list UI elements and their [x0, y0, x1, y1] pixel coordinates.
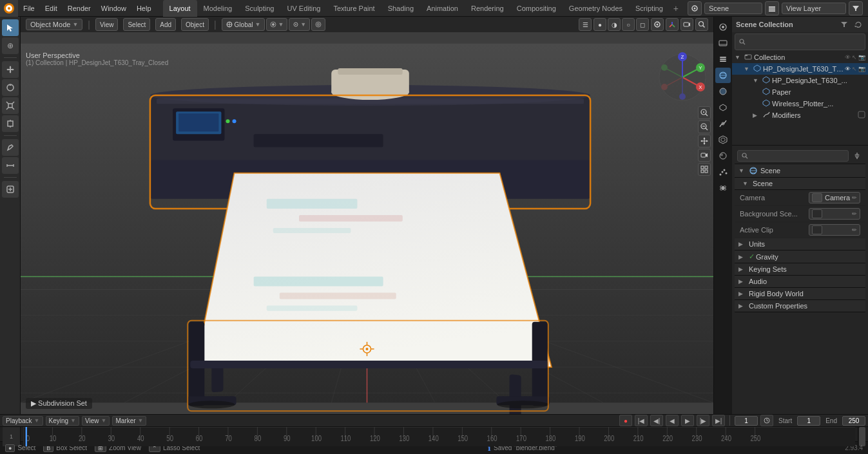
navigation-gizmo[interactable]: X Y Z [657, 52, 708, 103]
keying-sets-section-header[interactable]: ▶ Keying Sets [735, 263, 865, 276]
world-props-btn[interactable] [715, 84, 731, 99]
render-icon[interactable]: 📷 [858, 54, 865, 61]
scene-sub-section-header[interactable]: ▼ Scene [735, 178, 865, 190]
transform-tool-btn[interactable] [2, 115, 19, 132]
viewport-shading-wire-btn[interactable]: ◻ [636, 18, 649, 31]
record-btn[interactable]: ● [619, 415, 632, 426]
view-layer-name[interactable]: View Layer [782, 3, 846, 14]
scene-selector-icon[interactable] [688, 1, 702, 15]
timeline-scrollbar-thumb[interactable] [859, 427, 865, 446]
hp-select-icon[interactable]: ↖ [852, 66, 857, 72]
viewport-options-btn[interactable]: ☰ [579, 18, 592, 31]
view-dropdown[interactable]: View ▼ [82, 416, 110, 426]
step-forward-btn[interactable]: |▶ [697, 415, 709, 426]
snap-btn[interactable]: ▼ [289, 18, 310, 31]
outliner-search-input[interactable] [751, 37, 858, 47]
timeline-ruler[interactable]: 0 10 20 30 40 50 60 70 80 90 1 [23, 427, 855, 446]
active-clip-value[interactable]: ✏ [809, 224, 860, 236]
add-object-tool-btn[interactable] [2, 181, 19, 198]
frame-all-btn[interactable] [698, 163, 711, 176]
viewport-shading-material-btn[interactable]: ◑ [608, 18, 621, 31]
material-props-btn[interactable] [715, 148, 731, 164]
scene-name[interactable]: Scene [704, 3, 762, 14]
timeline-main[interactable]: 1 0 10 20 30 40 50 60 [0, 427, 868, 446]
particles-props-btn[interactable] [715, 164, 731, 180]
select-menu[interactable]: Select [123, 18, 150, 31]
object-props-btn[interactable] [715, 100, 731, 115]
measure-tool-btn[interactable] [2, 157, 19, 174]
visibility-icon[interactable]: 👁 [845, 54, 851, 61]
workspace-geometry-nodes[interactable]: Geometry Nodes [563, 0, 629, 17]
custom-props-section-header[interactable]: ▶ Custom Properties [735, 300, 865, 312]
workspace-scripting[interactable]: Scripting [629, 0, 670, 17]
current-frame-input[interactable]: 1 [735, 416, 758, 426]
tree-item-hp-designjet[interactable]: ▼ HP_DesignJet_T630_Tray 👁 ↖ 📷 [732, 63, 868, 75]
workspace-shading[interactable]: Shading [381, 0, 420, 17]
proportional-btn[interactable] [311, 18, 325, 31]
audio-section-header[interactable]: ▶ Audio [735, 276, 865, 288]
playback-dropdown[interactable]: Playback ▼ [3, 416, 43, 426]
selectability-icon[interactable]: ↖ [852, 54, 857, 61]
cursor-tool-btn[interactable]: ⊕ [2, 37, 19, 54]
scene-section-header[interactable]: ▼ Scene [735, 164, 865, 178]
transform-global-btn[interactable]: Global ▼ [222, 18, 265, 31]
object-menu[interactable]: Object [181, 18, 209, 31]
menu-edit[interactable]: Edit [40, 0, 63, 17]
play-back-btn[interactable]: ◀ [666, 415, 679, 426]
workspace-rendering[interactable]: Rendering [465, 0, 510, 17]
play-forward-btn[interactable]: ▶ [681, 415, 694, 426]
object-mode-dropdown[interactable]: Object Mode ▼ [26, 19, 82, 30]
add-menu[interactable]: Add [155, 18, 176, 31]
hp-visibility-icon[interactable]: 👁 [845, 66, 851, 72]
camera-edit-icon[interactable]: ✏ [852, 194, 857, 201]
marker-dropdown[interactable]: Marker ▼ [112, 416, 146, 426]
scene-props-btn[interactable] [715, 68, 731, 83]
workspace-compositing[interactable]: Compositing [510, 0, 563, 17]
pan-btn[interactable] [698, 135, 711, 147]
physics-props-btn[interactable] [715, 180, 731, 196]
workspace-sculpting[interactable]: Sculpting [238, 0, 280, 17]
workspace-modeling[interactable]: Modeling [197, 0, 239, 17]
menu-file[interactable]: File [18, 0, 40, 17]
view-layer-icon[interactable] [765, 1, 779, 15]
hp-render-icon[interactable]: 📷 [858, 66, 865, 72]
data-props-btn[interactable] [715, 132, 731, 147]
step-back-btn[interactable]: ◀| [650, 415, 663, 426]
move-tool-btn[interactable] [2, 61, 19, 78]
workspace-texture-paint[interactable]: Texture Paint [327, 0, 381, 17]
rotate-tool-btn[interactable] [2, 79, 19, 96]
search-btn[interactable] [695, 18, 708, 31]
zoom-out-btn[interactable] [698, 120, 711, 133]
viewport-shading-solid-btn[interactable]: ● [593, 18, 606, 31]
view-layer-props-btn[interactable] [715, 52, 731, 67]
tree-item-scene-collection[interactable]: ▼ Collection 👁 ↖ 📷 [732, 52, 868, 63]
active-clip-edit-icon[interactable]: ✏ [852, 227, 857, 233]
canvas-3d[interactable]: User Perspective (1) Collection | HP_Des… [21, 32, 713, 414]
units-section-header[interactable]: ▶ Units [735, 238, 865, 251]
transform-pivot-btn[interactable]: ▼ [266, 18, 287, 31]
viewport-shading-rendered-btn[interactable]: ○ [622, 18, 635, 31]
workspace-animation[interactable]: Animation [420, 0, 465, 17]
outliner-sync-btn[interactable] [853, 19, 864, 30]
tree-item-hp-mesh[interactable]: ▼ HP_DesignJet_T630_... [732, 75, 868, 86]
menu-help[interactable]: Help [131, 0, 157, 17]
select-tool-btn[interactable] [2, 19, 19, 36]
jump-start-btn[interactable]: |◀ [635, 415, 648, 426]
filter-icon[interactable] [849, 1, 863, 15]
workspace-uv-editing[interactable]: UV Editing [280, 0, 327, 17]
camera-icon-btn[interactable] [680, 18, 693, 31]
keying-dropdown[interactable]: Keying ▼ [46, 416, 80, 426]
props-pin-btn[interactable] [851, 150, 863, 162]
zoom-in-btn[interactable] [698, 106, 711, 119]
gravity-checkbox[interactable]: ✓ [749, 252, 755, 261]
modifier-camera-icon[interactable] [858, 111, 865, 120]
end-frame-input[interactable]: 250 [842, 416, 865, 426]
bg-scene-value[interactable]: ✏ [809, 208, 860, 220]
add-workspace-button[interactable]: + [670, 2, 682, 15]
bg-scene-edit-icon[interactable]: ✏ [852, 211, 857, 217]
tree-item-paper[interactable]: Paper [732, 86, 868, 98]
render-props-btn[interactable] [715, 19, 731, 35]
timeline-scrollbar[interactable] [858, 427, 865, 446]
camera-value[interactable]: Camera ✏ [809, 192, 860, 203]
props-search-input[interactable] [751, 152, 844, 160]
